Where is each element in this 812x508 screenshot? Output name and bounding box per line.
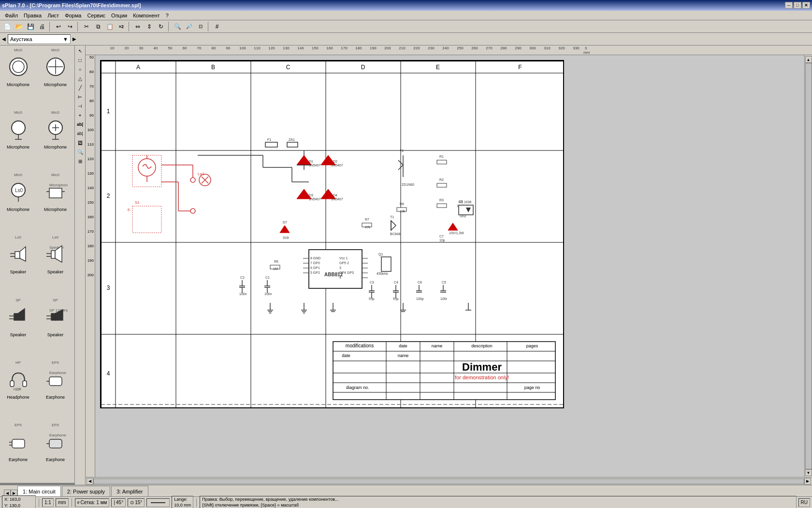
menu-component[interactable]: Компонент bbox=[130, 12, 162, 19]
mirror-v-button[interactable]: ⇕ bbox=[144, 21, 155, 32]
svg-text:C1: C1 bbox=[265, 276, 270, 279]
comp-item-mic6[interactable]: Mic0 Microphone Microphone bbox=[37, 170, 73, 233]
right-scrollbar[interactable]: ▲ ▼ bbox=[804, 55, 812, 477]
select-tool[interactable]: ↖ bbox=[76, 46, 85, 55]
panel-resize-handle[interactable] bbox=[0, 483, 74, 485]
mirror-h-button[interactable]: ⇔ bbox=[132, 21, 143, 32]
comp-item-mic5[interactable]: Mic0 Ls0 Microphone bbox=[0, 170, 36, 233]
open-button[interactable]: 📂 bbox=[14, 21, 24, 32]
svg-text:modifications: modifications bbox=[346, 343, 374, 348]
comp-item-earphone2[interactable]: EP0 Earphone bbox=[0, 420, 36, 483]
titlebar-controls[interactable]: ─ □ ✕ bbox=[785, 2, 810, 9]
menu-service[interactable]: Сервис bbox=[84, 12, 108, 19]
menu-options[interactable]: Опции bbox=[108, 12, 130, 19]
copy-button[interactable]: ⧉ bbox=[93, 21, 103, 32]
bus-tool[interactable]: ⊣ bbox=[76, 102, 85, 110]
circle-tool[interactable]: ○ bbox=[76, 65, 85, 74]
svg-text:B: B bbox=[211, 64, 215, 71]
svg-text:100r: 100r bbox=[440, 297, 448, 300]
scroll-left-button[interactable]: ◀ bbox=[87, 478, 93, 485]
selector-arrow-left[interactable]: ◀ bbox=[2, 36, 6, 42]
undo-button[interactable]: ↩ bbox=[53, 21, 64, 32]
menu-sheet[interactable]: Лист bbox=[44, 12, 62, 19]
svg-text:1N5407: 1N5407 bbox=[331, 197, 343, 201]
svg-text:D4: D4 bbox=[333, 194, 337, 197]
angle2-display: ⊙ 15° bbox=[128, 498, 145, 507]
comp-item-mic2[interactable]: Mic0 Microphone bbox=[37, 45, 73, 108]
zoom-in-button[interactable]: 🔍 bbox=[172, 21, 183, 32]
svg-text:C3: C3 bbox=[370, 281, 374, 284]
paste-button[interactable]: 📋 bbox=[104, 21, 115, 32]
svg-text:E: E bbox=[436, 64, 440, 71]
comp-item-spk3[interactable]: SP Speaker bbox=[0, 296, 36, 358]
comp-item-spk4[interactable]: SP SP 1200Hz Speaker bbox=[37, 296, 73, 358]
line-tool[interactable]: ╱ bbox=[76, 83, 85, 92]
scroll-track[interactable] bbox=[805, 63, 812, 469]
zoom-tool[interactable]: 🔍 bbox=[76, 148, 85, 156]
comp-item-headphone[interactable]: HP >32R Headphone bbox=[0, 358, 36, 420]
comp-item-mic4[interactable]: Mic0 Microphone bbox=[37, 108, 73, 170]
rotate-button[interactable]: ↻ bbox=[156, 21, 166, 32]
menu-file[interactable]: Файл bbox=[2, 12, 21, 19]
x2-button[interactable]: ×2 bbox=[116, 21, 127, 32]
svg-text:1N5407: 1N5407 bbox=[309, 197, 321, 201]
comp-item-mic1[interactable]: Mic0 Microphone bbox=[0, 45, 36, 108]
h-scroll-track[interactable] bbox=[93, 478, 804, 484]
menu-edit[interactable]: Правка bbox=[21, 12, 44, 19]
zoom-fit-button[interactable]: ⊡ bbox=[195, 21, 206, 32]
print-button[interactable]: 🖨 bbox=[37, 21, 47, 32]
menu-form[interactable]: Форма bbox=[62, 12, 84, 19]
svg-text:2: 2 bbox=[107, 193, 110, 199]
svg-rect-44 bbox=[12, 439, 25, 448]
comp-item-spk1[interactable]: Ls0 Speaker bbox=[0, 233, 36, 295]
scroll-up-button[interactable]: ▲ bbox=[805, 56, 812, 63]
svg-rect-17 bbox=[49, 188, 62, 198]
maximize-button[interactable]: □ bbox=[794, 2, 801, 9]
comp-item-earphone1[interactable]: EP0 Earphone Earphone bbox=[37, 358, 73, 420]
redo-button[interactable]: ↪ bbox=[65, 21, 75, 32]
component-category-dropdown[interactable]: Акустика ▼ bbox=[8, 34, 71, 44]
save-button[interactable]: 💾 bbox=[25, 21, 36, 32]
comp-item-mic3[interactable]: Mic0 Microphone bbox=[0, 108, 36, 170]
sep3 bbox=[129, 22, 130, 31]
canvas-with-ruler: 50 60 70 80 90 100 110 120 130 140 150 1… bbox=[86, 55, 812, 477]
selector-arrow-right[interactable]: ▶ bbox=[72, 36, 76, 42]
canvas-container: 10 20 30 40 50 60 70 80 90 100 110 120 1… bbox=[86, 45, 812, 485]
tab-amplifier[interactable]: 3: Amplifier bbox=[111, 486, 148, 496]
svg-rect-224 bbox=[333, 342, 555, 400]
grid-button[interactable]: # bbox=[212, 21, 222, 32]
zoom-out-button[interactable]: 🔎 bbox=[184, 21, 194, 32]
menubar: Файл Правка Лист Форма Сервис Опции Комп… bbox=[0, 11, 812, 20]
cut-button[interactable]: ✂ bbox=[81, 21, 92, 32]
svg-text:>32R: >32R bbox=[13, 388, 21, 391]
menu-help[interactable]: ? bbox=[163, 12, 172, 19]
work-area: Mic0 Microphone Mic0 bbox=[0, 45, 812, 485]
minimize-button[interactable]: ─ bbox=[785, 2, 793, 9]
svg-text:1M: 1M bbox=[273, 267, 278, 270]
rect-tool[interactable]: □ bbox=[76, 56, 85, 64]
text-tool[interactable]: ab| bbox=[76, 120, 85, 129]
unit-display: mm bbox=[56, 498, 69, 507]
tab-power-supply[interactable]: 2: Power supply bbox=[62, 486, 110, 496]
side-toolbar: ↖ □ ○ △ ╱ ⊢ ⊣ + ab| ab| 🖼 🔍 ⊞ bbox=[75, 45, 86, 485]
triangle-tool[interactable]: △ bbox=[76, 74, 85, 83]
scroll-down-button[interactable]: ▼ bbox=[805, 469, 812, 476]
text2-tool[interactable]: ab| bbox=[76, 129, 85, 138]
svg-text:455kHz: 455kHz bbox=[377, 272, 388, 275]
svg-text:4: 4 bbox=[339, 276, 341, 279]
plus-tool[interactable]: + bbox=[76, 111, 85, 120]
image-tool[interactable]: 🖼 bbox=[76, 138, 85, 147]
wire-tool[interactable]: ⊢ bbox=[76, 92, 85, 101]
new-button[interactable]: 📄 bbox=[2, 21, 13, 32]
svg-text:description: description bbox=[471, 344, 493, 348]
svg-text:1N5407: 1N5407 bbox=[331, 164, 343, 167]
table-tool[interactable]: ⊞ bbox=[76, 157, 85, 165]
comp-item-earphone3[interactable]: EP0 Earphone Earphone bbox=[37, 420, 73, 483]
svg-text:3: 3 bbox=[339, 266, 341, 269]
close-button[interactable]: ✕ bbox=[802, 2, 810, 9]
tab-main-circuit[interactable]: 1: Main circuit bbox=[17, 486, 61, 496]
horizontal-scrollbar[interactable]: ◀ ▶ bbox=[86, 477, 812, 485]
comp-item-spk2[interactable]: Ls0 Speaker Speaker bbox=[37, 233, 73, 295]
scroll-right-button[interactable]: ▶ bbox=[804, 478, 811, 485]
schematic-canvas[interactable]: A B C D E F 1 2 bbox=[95, 55, 804, 477]
